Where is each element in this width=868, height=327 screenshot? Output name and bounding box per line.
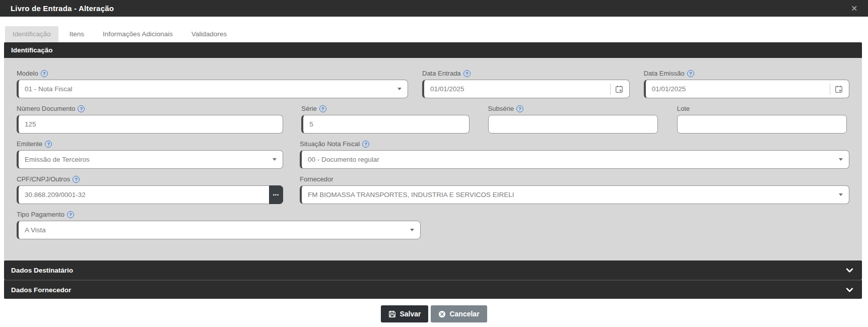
- accordion-dados-destinatario[interactable]: Dados Destinatário: [4, 260, 862, 280]
- data-emissao-label: Data Emissão: [644, 70, 685, 77]
- chevron-down-icon: [845, 286, 854, 294]
- help-icon[interactable]: ?: [78, 105, 85, 112]
- cpf-cnpj-outros-input[interactable]: [17, 185, 269, 204]
- form-row-2: Número Documento ? Série ? Subsérie: [17, 105, 849, 134]
- form-row-5: Tipo Pagamento ? A Vista: [17, 211, 849, 239]
- chevron-down-icon: [845, 266, 854, 275]
- cancel-button[interactable]: Cancelar: [431, 305, 487, 322]
- tab-informacoes-adicionais[interactable]: Informações Adicionais: [95, 26, 180, 42]
- numero-documento-label: Número Documento: [17, 105, 75, 112]
- tab-validadores[interactable]: Validadores: [184, 26, 234, 42]
- chevron-down-icon: [397, 88, 402, 90]
- modal-titlebar: Livro de Entrada - Alteração ✕: [0, 0, 868, 17]
- tab-identificacao[interactable]: Identificação: [5, 26, 58, 42]
- lote-label: Lote: [677, 105, 690, 112]
- accordion-dados-fornecedor[interactable]: Dados Fornecedor: [4, 280, 862, 299]
- tab-bar: Identificação Itens Informações Adiciona…: [5, 26, 868, 42]
- help-icon[interactable]: ?: [67, 211, 74, 218]
- field-lote: Lote: [677, 105, 847, 134]
- modelo-select[interactable]: 01 - Nota Fiscal: [17, 80, 408, 98]
- subserie-input[interactable]: [488, 115, 658, 134]
- data-entrada-input[interactable]: 01/01/2025: [422, 80, 630, 98]
- modelo-label: Modelo: [17, 70, 38, 77]
- form-row-4: CPF/CNPJ/Outros ? ••• Fornecedor FM BIOM…: [17, 175, 849, 204]
- situacao-nota-fiscal-label: Situação Nota Fiscal: [300, 140, 360, 148]
- tipo-pagamento-label: Tipo Pagamento: [17, 211, 64, 218]
- help-icon[interactable]: ?: [73, 176, 80, 183]
- situacao-nota-fiscal-select[interactable]: 00 - Documento regular: [300, 150, 849, 169]
- save-button[interactable]: Salvar: [381, 305, 428, 322]
- field-subserie: Subsérie ?: [488, 105, 658, 134]
- modal-title: Livro de Entrada - Alteração: [11, 4, 114, 13]
- calendar-icon[interactable]: [835, 85, 843, 93]
- field-cpf-cnpj-outros: CPF/CNPJ/Outros ? •••: [17, 175, 283, 204]
- form-row-3: Emitente ? Emissão de Terceiros Situação…: [17, 140, 849, 169]
- lote-input[interactable]: [677, 115, 847, 134]
- field-emitente: Emitente ? Emissão de Terceiros: [17, 140, 283, 169]
- section-header-identificacao: Identificação: [4, 42, 862, 58]
- livro-entrada-modal: Livro de Entrada - Alteração ✕ Identific…: [0, 0, 868, 322]
- help-icon[interactable]: ?: [319, 105, 326, 112]
- fornecedor-label: Fornecedor: [300, 175, 333, 183]
- help-icon[interactable]: ?: [463, 70, 471, 77]
- accordion-label: Dados Destinatário: [11, 267, 73, 274]
- modal-footer: Salvar Cancelar: [0, 299, 868, 322]
- chevron-down-icon: [839, 158, 843, 161]
- help-icon[interactable]: ?: [45, 141, 52, 148]
- tipo-pagamento-select[interactable]: A Vista: [17, 221, 421, 239]
- field-data-entrada: Data Entrada ? 01/01/2025: [422, 70, 630, 98]
- tab-itens[interactable]: Itens: [62, 26, 92, 42]
- calendar-icon[interactable]: [615, 85, 623, 93]
- chevron-down-icon: [273, 158, 277, 161]
- emitente-select[interactable]: Emissão de Terceiros: [17, 150, 283, 169]
- chevron-down-icon: [839, 193, 843, 196]
- form-row-1: Modelo ? 01 - Nota Fiscal Data Entrada ?…: [17, 70, 849, 98]
- help-icon[interactable]: ?: [516, 105, 523, 112]
- accordion-label: Dados Fornecedor: [11, 286, 71, 294]
- field-situacao-nota-fiscal: Situação Nota Fiscal ? 00 - Documento re…: [300, 140, 849, 169]
- cpf-cnpj-outros-label: CPF/CNPJ/Outros: [17, 175, 70, 183]
- browse-button[interactable]: •••: [269, 185, 283, 204]
- serie-input[interactable]: [301, 115, 470, 134]
- emitente-label: Emitente: [17, 140, 42, 148]
- section-title: Identificação: [11, 46, 53, 54]
- subserie-label: Subsérie: [488, 105, 514, 112]
- help-icon[interactable]: ?: [362, 141, 369, 148]
- data-entrada-label: Data Entrada: [422, 70, 461, 77]
- field-numero-documento: Número Documento ?: [17, 105, 283, 134]
- data-emissao-input[interactable]: 01/01/2025: [644, 80, 849, 98]
- field-fornecedor: Fornecedor FM BIOMASSA TRANSPORTES, INDU…: [300, 175, 849, 204]
- close-icon[interactable]: ✕: [851, 5, 857, 12]
- modal-content: Identificação Modelo ? 01 - Nota Fiscal: [4, 42, 862, 299]
- ellipsis-icon: •••: [273, 192, 279, 198]
- cancel-icon: [438, 310, 446, 318]
- numero-documento-input[interactable]: [17, 115, 283, 134]
- help-icon[interactable]: ?: [41, 70, 48, 77]
- chevron-down-icon: [410, 229, 414, 231]
- field-data-emissao: Data Emissão ? 01/01/2025: [644, 70, 849, 98]
- field-tipo-pagamento: Tipo Pagamento ? A Vista: [17, 211, 421, 239]
- serie-label: Série: [301, 105, 316, 112]
- save-icon: [388, 310, 396, 318]
- fornecedor-select[interactable]: FM BIOMASSA TRANSPORTES, INDUSTRIA E SER…: [300, 185, 849, 204]
- field-serie: Série ?: [301, 105, 470, 134]
- help-icon[interactable]: ?: [687, 70, 694, 77]
- identificacao-form: Modelo ? 01 - Nota Fiscal Data Entrada ?…: [4, 58, 862, 260]
- field-modelo: Modelo ? 01 - Nota Fiscal: [17, 70, 408, 98]
